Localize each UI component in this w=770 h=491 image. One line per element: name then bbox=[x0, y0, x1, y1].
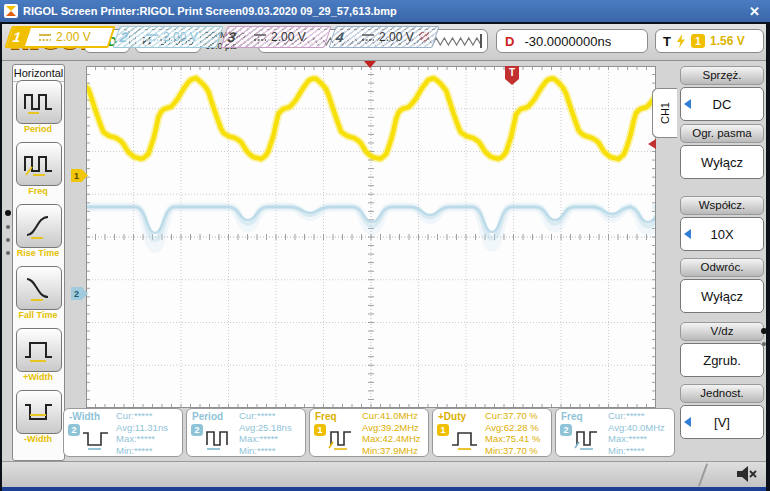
measure-pos-width-button[interactable] bbox=[16, 328, 62, 372]
measurement-values: Cur:41.0MHzAvg:39.2MHz Max:42.4MHzMin:37… bbox=[362, 410, 421, 456]
menu-group-volts-div: V/dz Zgrub. bbox=[680, 322, 764, 377]
trigger-position-icon[interactable] bbox=[364, 61, 376, 68]
measure-rise-time-button[interactable] bbox=[16, 204, 62, 248]
measure-pos-width-label: +Width bbox=[4, 372, 72, 382]
channel-2-tab[interactable]: 2 2.00 V bbox=[112, 26, 223, 48]
delay-value: -30.0000000ns bbox=[524, 34, 611, 49]
sidebar-page-dots bbox=[4, 210, 12, 264]
measure-period-label: Period bbox=[4, 124, 72, 134]
measurement-panel-period: Period 2 Cur:*****Avg:25.18ns Max:*****M… bbox=[186, 408, 306, 457]
menu-label: Jednost. bbox=[680, 384, 764, 403]
channel-scale: 2.00 V bbox=[163, 30, 198, 44]
measurement-name: Period bbox=[192, 411, 223, 422]
menu-page-dots bbox=[760, 328, 768, 354]
trigger-level-icon bbox=[648, 139, 656, 149]
menu-group-bw-limit: Ogr. pasma Wyłącz bbox=[680, 124, 764, 179]
chevron-left-icon bbox=[684, 99, 691, 109]
trigger-source-badge: 1 bbox=[691, 34, 705, 48]
menu-label: Odwróc. bbox=[680, 258, 764, 277]
probe-ratio-button[interactable]: 10X bbox=[680, 217, 764, 251]
horizontal-delay-box[interactable]: D -30.0000000ns bbox=[496, 29, 648, 53]
scope-frame: RIGOL T'D H 10.0ns 500MSa/s 60.0 pts T D… bbox=[0, 22, 770, 491]
freq-icon bbox=[21, 150, 57, 178]
rise-time-icon bbox=[21, 212, 57, 240]
trigger-info-box[interactable]: T 1 1.56 V bbox=[655, 29, 764, 53]
measurement-name: -Width bbox=[69, 411, 100, 422]
source-badge: 1 bbox=[314, 424, 326, 436]
measurement-values: Cur:*****Avg:40.0MHz Max:*****Min:***** bbox=[608, 410, 665, 456]
coupling-button[interactable]: DC bbox=[680, 87, 764, 121]
freq-icon bbox=[327, 428, 357, 452]
source-badge: 2 bbox=[560, 424, 572, 436]
menu-label: Ogr. pasma bbox=[680, 124, 764, 143]
window-title: RIGOL Screen Printer:RIGOL Print Screen0… bbox=[23, 5, 749, 17]
app-window: RIGOL Screen Printer:RIGOL Print Screen0… bbox=[0, 0, 770, 491]
chevron-left-icon bbox=[684, 229, 691, 239]
scope-screen: RIGOL T'D H 10.0ns 500MSa/s 60.0 pts T D… bbox=[2, 24, 766, 491]
dc-coupling-icon bbox=[38, 33, 52, 42]
measurement-panel-duty: +Duty 1 Cur:37.70 %Avg:62.28 % Max:75.41… bbox=[432, 408, 552, 457]
menu-group-invert: Odwróc. Wyłącz bbox=[680, 258, 764, 313]
measure-fall-time-label: Fall Time bbox=[4, 310, 72, 320]
dc-coupling-icon bbox=[253, 33, 267, 42]
measure-period-button[interactable] bbox=[16, 80, 62, 124]
channel-1-tab[interactable]: 1 2.00 V bbox=[4, 26, 115, 48]
menu-group-coupling: Sprzęż. DC bbox=[680, 66, 764, 121]
tab-ch1[interactable]: CH1 bbox=[652, 88, 677, 138]
invert-button[interactable]: Wyłącz bbox=[680, 279, 764, 313]
dc-coupling-icon bbox=[145, 33, 159, 42]
dc-coupling-icon bbox=[361, 33, 375, 42]
app-icon bbox=[4, 4, 18, 18]
neg-width-icon bbox=[81, 428, 111, 452]
close-icon[interactable]: ✕ bbox=[749, 4, 760, 19]
menu-label: V/dz bbox=[680, 322, 764, 341]
trigger-level-value: 1.56 V bbox=[710, 34, 745, 48]
channel-3-tab[interactable]: 3 2.00 V bbox=[220, 26, 331, 48]
delay-label: D bbox=[505, 34, 514, 49]
period-icon bbox=[204, 428, 234, 452]
measure-neg-width-label: -Width bbox=[4, 434, 72, 444]
measure-freq-button[interactable] bbox=[16, 142, 62, 186]
channel-status-bar bbox=[2, 461, 766, 488]
volts-div-button[interactable]: Zgrub. bbox=[680, 343, 764, 377]
minus-width-icon bbox=[21, 398, 57, 426]
measurement-values: Cur:37.70 %Avg:62.28 % Max:75.41 %Min:37… bbox=[485, 410, 540, 456]
measure-fall-time-button[interactable] bbox=[16, 266, 62, 310]
menu-group-probe-ratio: Współcz. 10X bbox=[680, 196, 764, 251]
channel-scale: 2.00 V bbox=[271, 30, 306, 44]
channel-scale: 2.00 V bbox=[379, 30, 414, 44]
bw-limit-button[interactable]: Wyłącz bbox=[680, 145, 764, 179]
measurement-name: +Duty bbox=[438, 411, 466, 422]
menu-group-units: Jednost. [V] bbox=[680, 384, 764, 439]
menu-label: Współcz. bbox=[680, 196, 764, 215]
channel-scale: 2.00 V bbox=[56, 30, 91, 44]
freq-icon bbox=[573, 428, 603, 452]
measurement-values: Cur:*****Avg:11.31ns Max:*****Min:***** bbox=[116, 410, 168, 456]
trigger-edge-icon bbox=[676, 34, 686, 48]
trigger-label: T bbox=[663, 34, 671, 49]
source-badge: 2 bbox=[68, 424, 80, 436]
measurement-name: Freq bbox=[315, 411, 337, 422]
speaker-muted-icon[interactable] bbox=[735, 465, 759, 487]
measure-neg-width-button[interactable] bbox=[16, 390, 62, 434]
measure-rise-time-label: Rise Time bbox=[4, 248, 72, 258]
channel-4-tab[interactable]: 4 2.00 V bbox=[328, 26, 439, 48]
graticule bbox=[86, 66, 656, 408]
measurement-panel-neg-width: -Width 2 Cur:*****Avg:11.31ns Max:*****M… bbox=[63, 408, 183, 457]
screen-bottom-strip bbox=[2, 487, 766, 491]
period-icon bbox=[21, 88, 57, 116]
measurement-panel-freq-ch2: Freq 2 Cur:*****Avg:40.0MHz Max:*****Min… bbox=[555, 408, 675, 457]
menu-label: Sprzęż. bbox=[680, 66, 764, 85]
fall-time-icon bbox=[21, 274, 57, 302]
window-titlebar: RIGOL Screen Printer:RIGOL Print Screen0… bbox=[0, 0, 770, 22]
plus-duty-icon bbox=[450, 428, 480, 452]
measurement-panel-freq-ch1: Freq 1 Cur:41.0MHzAvg:39.2MHz Max:42.4MH… bbox=[309, 408, 429, 457]
source-badge: 1 bbox=[437, 424, 449, 436]
source-badge: 2 bbox=[191, 424, 203, 436]
measurement-values: Cur:*****Avg:25.18ns Max:*****Min:***** bbox=[239, 410, 292, 456]
chevron-left-icon bbox=[684, 417, 691, 427]
plus-width-icon bbox=[21, 336, 57, 364]
units-button[interactable]: [V] bbox=[680, 405, 764, 439]
measurement-name: Freq bbox=[561, 411, 583, 422]
measure-freq-label: Freq bbox=[4, 186, 72, 196]
